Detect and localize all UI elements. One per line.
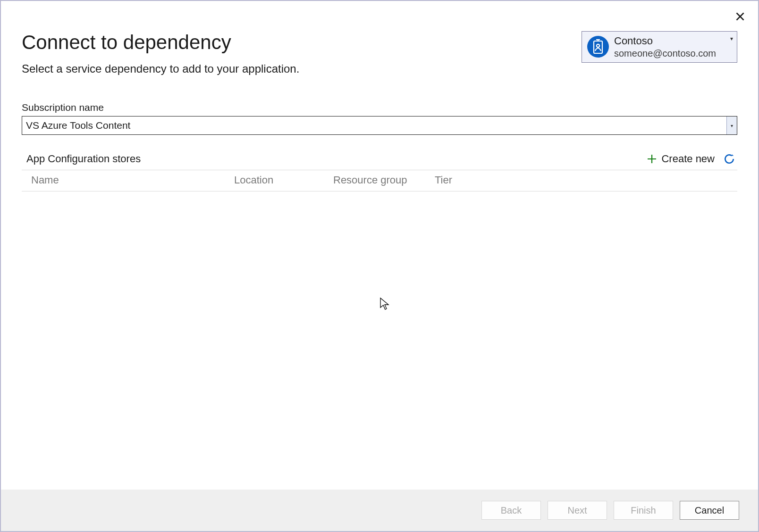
organization-icon bbox=[587, 35, 609, 58]
subscription-dropdown[interactable]: VS Azure Tools Content ▾ bbox=[22, 116, 737, 135]
dialog-content: Connect to dependency Select a service d… bbox=[1, 1, 758, 490]
stores-table-header: Name Location Resource group Tier bbox=[22, 170, 737, 191]
connect-dependency-dialog: Connect to dependency Select a service d… bbox=[0, 0, 759, 532]
plus-icon bbox=[646, 153, 658, 165]
cursor-icon bbox=[380, 297, 391, 313]
back-button[interactable]: Back bbox=[481, 501, 541, 520]
subscription-label: Subscription name bbox=[22, 102, 737, 113]
dialog-footer: Back Next Finish Cancel bbox=[1, 490, 758, 531]
account-selector[interactable]: Contoso someone@contoso.com ▾ bbox=[582, 31, 737, 63]
refresh-button[interactable] bbox=[723, 153, 735, 165]
column-resource-group: Resource group bbox=[333, 174, 435, 186]
column-location: Location bbox=[234, 174, 333, 186]
next-button[interactable]: Next bbox=[548, 501, 607, 520]
cancel-button[interactable]: Cancel bbox=[680, 501, 739, 520]
column-tier: Tier bbox=[435, 174, 737, 186]
chevron-down-icon: ▾ bbox=[730, 34, 733, 42]
account-name: Contoso bbox=[614, 34, 716, 48]
stores-label: App Configuration stores bbox=[26, 153, 141, 165]
account-email: someone@contoso.com bbox=[614, 48, 716, 59]
create-new-button[interactable]: Create new bbox=[646, 153, 715, 165]
create-new-label: Create new bbox=[661, 153, 715, 165]
subscription-value: VS Azure Tools Content bbox=[22, 116, 726, 134]
chevron-down-icon: ▾ bbox=[726, 116, 737, 134]
dialog-subtitle: Select a service dependency to add to yo… bbox=[22, 62, 582, 75]
finish-button[interactable]: Finish bbox=[614, 501, 673, 520]
column-name: Name bbox=[31, 174, 234, 186]
dialog-title: Connect to dependency bbox=[22, 31, 582, 54]
